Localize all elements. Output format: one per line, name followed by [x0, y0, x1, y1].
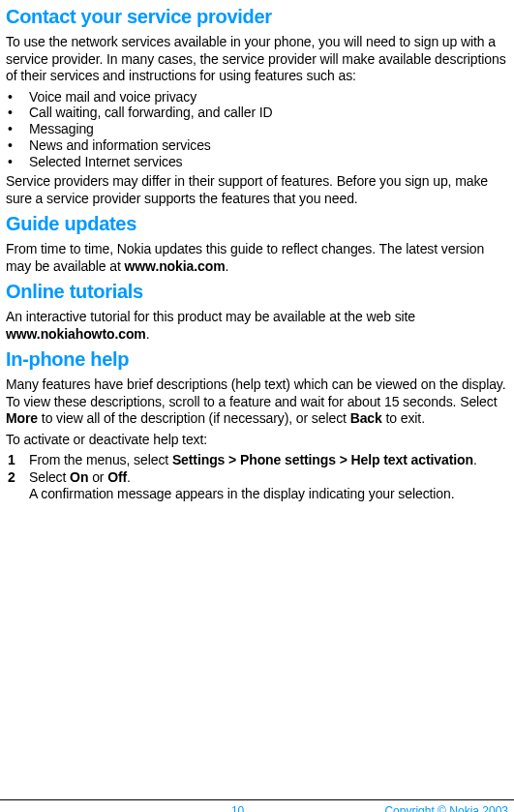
text-span: A confirmation message appears in the di…: [29, 486, 455, 501]
text-span: An interactive tutorial for this product…: [6, 309, 415, 324]
list-item: Selected Internet services: [6, 154, 508, 170]
contact-intro: To use the network services available in…: [6, 34, 508, 85]
text-span: From time to time, Nokia updates this gu…: [6, 241, 484, 274]
text-span: .: [127, 469, 131, 485]
page-content: Contact your service provider To use the…: [6, 6, 508, 503]
text-span: Many features have brief descriptions (h…: [6, 376, 506, 409]
heading-online: Online tutorials: [6, 281, 508, 303]
heading-guide: Guide updates: [6, 213, 508, 235]
inphone-paragraph-2: To activate or deactivate help text:: [6, 432, 508, 449]
contact-outro: Service providers may differ in their su…: [6, 173, 508, 207]
text-span: to view all of the description (if neces…: [38, 410, 350, 426]
guide-paragraph: From time to time, Nokia updates this gu…: [6, 241, 508, 275]
inphone-paragraph-1: Many features have brief descriptions (h…: [6, 376, 508, 428]
heading-inphone: In-phone help: [6, 348, 508, 371]
url-text: www.nokia.com: [125, 258, 226, 274]
text-span: to exit.: [382, 410, 425, 426]
text-span: .: [146, 326, 150, 342]
ui-label: Off: [107, 469, 127, 485]
contact-bullets: Voice mail and voice privacy Call waitin…: [6, 89, 508, 170]
menu-path: Settings > Phone settings > Help text ac…: [172, 452, 473, 467]
ui-label: On: [70, 469, 88, 485]
step-item: Select On or Off. A confirmation message…: [6, 469, 508, 503]
inphone-steps: From the menus, select Settings > Phone …: [6, 452, 508, 503]
list-item: Voice mail and voice privacy: [6, 89, 508, 105]
online-paragraph: An interactive tutorial for this product…: [6, 309, 508, 343]
text-span: or: [88, 469, 107, 485]
text-span: .: [473, 452, 477, 467]
page-footer: 10 Copyright © Nokia 2003: [0, 799, 514, 804]
step-item: From the menus, select Settings > Phone …: [6, 452, 508, 469]
list-item: News and information services: [6, 137, 508, 154]
text-span: .: [226, 258, 229, 274]
copyright-text: Copyright © Nokia 2003: [384, 804, 508, 812]
list-item: Call waiting, call forwarding, and calle…: [6, 105, 508, 121]
url-text: www.nokiahowto.com: [6, 326, 146, 342]
page-number: 10: [231, 804, 244, 812]
list-item: Messaging: [6, 121, 508, 137]
text-span: Select: [29, 469, 70, 485]
ui-label: More: [6, 410, 38, 426]
heading-contact: Contact your service provider: [6, 6, 508, 28]
ui-label: Back: [350, 410, 382, 426]
text-span: From the menus, select: [29, 452, 172, 467]
